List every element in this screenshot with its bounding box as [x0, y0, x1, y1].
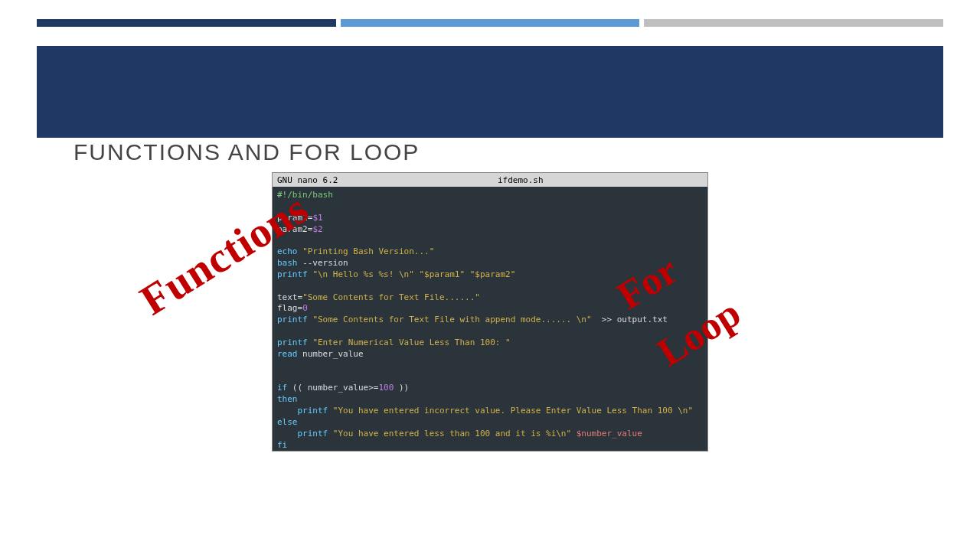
code-cond-close: ))	[394, 383, 409, 393]
code-then-kw: then	[277, 394, 298, 404]
accent-bar-blue	[341, 19, 640, 27]
code-printf4-str: "You have entered incorrect value. Pleas…	[328, 406, 693, 416]
slide: FUNCTIONS AND FOR LOOP GNU nano 6.2 ifde…	[0, 0, 980, 551]
code-printf2-kw: printf	[277, 315, 308, 324]
code-cond-var: number_value	[308, 383, 368, 393]
code-printf4-kw: printf	[277, 406, 328, 416]
code-block: #!/bin/bash param1=$1 param2=$2 echo "Pr…	[273, 187, 707, 455]
code-cond-op: >=	[368, 383, 378, 393]
code-fi-kw: fi	[277, 440, 287, 450]
code-printf2-str: "Some Contents for Text File with append…	[312, 315, 591, 324]
code-printf3-kw: printf	[277, 337, 308, 347]
code-flag-rhs: 0	[302, 303, 308, 313]
code-text-rhs: "Some Contents for Text File......"	[302, 292, 480, 302]
code-bash-kw: bash	[277, 258, 298, 268]
code-shebang: #!/bin/bash	[277, 190, 333, 200]
code-printf1-str: "\n Hello %s %s! \n" "$param1" "$param2"	[312, 269, 515, 279]
code-printf3-str: "Enter Numerical Value Less Than 100: "	[312, 337, 510, 347]
terminal-titlebar: GNU nano 6.2 ifdemo.sh	[273, 173, 707, 187]
code-echo-kw: echo	[277, 246, 298, 256]
code-printf5-str: "You have entered less than 100 and it i…	[328, 429, 571, 439]
code-outfile: output.txt	[617, 315, 668, 324]
accent-bar-row	[37, 19, 943, 27]
code-else-kw: else	[277, 417, 298, 427]
accent-bar-gray	[644, 19, 943, 27]
code-flag-lhs: flag	[277, 303, 298, 313]
code-bash-arg: --version	[302, 258, 348, 268]
code-printf1-kw: printf	[277, 269, 308, 279]
code-text-lhs: text	[277, 292, 298, 302]
code-redir: >>	[592, 315, 617, 324]
code-read-kw: read	[277, 349, 298, 359]
code-read-var: number_value	[298, 349, 364, 359]
accent-bar-dark	[37, 19, 336, 27]
code-param2-rhs: $2	[312, 224, 322, 234]
code-param1-lhs: param1	[277, 213, 308, 223]
code-cond-num: 100	[378, 383, 394, 393]
code-printf5-var: $number_value	[571, 429, 642, 439]
code-if-kw: if	[277, 383, 287, 393]
title-band: FUNCTIONS AND FOR LOOP	[37, 46, 943, 138]
terminal-window: GNU nano 6.2 ifdemo.sh #!/bin/bash param…	[272, 172, 708, 452]
code-param1-rhs: $1	[312, 213, 322, 223]
code-param2-lhs: param2	[277, 224, 308, 234]
code-echo-str: "Printing Bash Version..."	[302, 246, 434, 256]
terminal-filename: ifdemo.sh	[338, 175, 703, 185]
terminal-app-name: GNU nano 6.2	[277, 175, 338, 185]
code-printf5-kw: printf	[277, 429, 328, 439]
slide-title: FUNCTIONS AND FOR LOOP	[74, 139, 420, 165]
code-cond-open: ((	[287, 383, 308, 393]
